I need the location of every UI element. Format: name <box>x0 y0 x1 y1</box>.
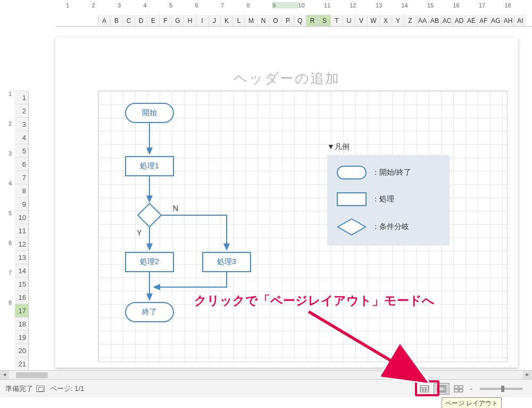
column-header[interactable]: AF <box>477 15 489 26</box>
flow-end-label: 終了 <box>142 307 157 317</box>
annotation-arrow <box>293 306 442 391</box>
column-header[interactable]: D <box>135 15 147 26</box>
legend-process-icon <box>337 192 367 206</box>
ruler-tick: 9 <box>272 2 298 9</box>
row-header[interactable]: 10 <box>15 210 28 224</box>
column-header[interactable]: V <box>355 15 367 26</box>
header-placeholder[interactable]: ヘッダーの追加 <box>55 69 518 88</box>
svg-line-6 <box>309 312 420 378</box>
scroll-thumb[interactable] <box>16 372 48 378</box>
column-header[interactable]: B <box>110 15 122 26</box>
zoom-slider[interactable] <box>480 388 522 390</box>
row-header[interactable]: 16 <box>15 290 28 304</box>
page-layout-tooltip: ページ レイアウト <box>442 397 502 408</box>
scroll-right-button[interactable]: ► <box>523 371 532 380</box>
row-header[interactable]: 6 <box>15 157 28 170</box>
svg-marker-5 <box>338 219 365 235</box>
column-header[interactable]: Z <box>404 15 416 26</box>
row-header[interactable]: 19 <box>15 330 28 344</box>
vertical-ruler: 1 2 3 4 5 6 7 8 <box>5 37 15 368</box>
row-header[interactable]: 3 <box>15 117 28 130</box>
column-header[interactable]: Y <box>392 15 404 26</box>
row-header[interactable]: 13 <box>15 250 28 264</box>
row-header[interactable]: 11 <box>15 224 28 237</box>
row-header[interactable]: 9 <box>15 197 28 210</box>
flow-end[interactable]: 終了 <box>125 302 174 322</box>
status-ready: 準備完了 <box>5 384 33 394</box>
flow-process1-label: 処理1 <box>140 161 159 171</box>
column-header[interactable]: H <box>184 15 196 26</box>
ruler-tick: 8 <box>5 299 15 329</box>
column-header[interactable]: W <box>367 15 379 26</box>
column-header[interactable]: M <box>245 15 257 26</box>
ruler-tick: 5 <box>169 2 195 9</box>
svg-rect-14 <box>454 386 458 388</box>
column-header[interactable]: F <box>159 15 171 26</box>
column-header[interactable]: AC <box>440 15 453 26</box>
macro-record-icon[interactable] <box>36 386 45 392</box>
row-header[interactable]: 1 <box>15 91 28 104</box>
column-header-row: ABCDEFGHIJKLMNOPQRSTUVWXYZAAABACADAEAFAG… <box>55 15 532 27</box>
column-header[interactable]: C <box>122 15 135 26</box>
flow-process2[interactable]: 処理2 <box>125 252 174 272</box>
ruler-tick: 6 <box>195 2 221 9</box>
svg-marker-0 <box>138 203 161 227</box>
ruler-tick: 1 <box>66 2 92 9</box>
legend-box[interactable]: ：開始/終了 ：処理 ：条件分岐 <box>327 155 450 246</box>
decision-label-y: Y <box>137 229 142 237</box>
column-header[interactable]: R <box>306 15 318 26</box>
row-header[interactable]: 4 <box>15 130 28 144</box>
flow-process3[interactable]: 処理3 <box>202 252 251 272</box>
column-header[interactable]: O <box>269 15 281 26</box>
column-header[interactable]: S <box>318 15 330 26</box>
column-header[interactable]: J <box>208 15 220 26</box>
ruler-tick: 14 <box>402 2 428 9</box>
row-header[interactable]: 14 <box>15 264 28 277</box>
column-header[interactable]: N <box>257 15 269 26</box>
row-header[interactable]: 18 <box>15 317 28 330</box>
flow-process1[interactable]: 処理1 <box>125 156 174 176</box>
ruler-tick: 7 <box>221 2 247 9</box>
column-header[interactable]: Q <box>294 15 306 26</box>
column-header[interactable]: AH <box>502 15 514 26</box>
column-header[interactable]: K <box>220 15 232 26</box>
row-header[interactable]: 5 <box>15 144 28 157</box>
column-header[interactable]: AD <box>453 15 465 26</box>
column-header[interactable]: X <box>379 15 392 26</box>
column-header[interactable]: AI <box>514 15 526 26</box>
status-bar: 準備完了 ページ: 1/1 - <box>0 379 532 397</box>
legend-decision-icon <box>337 218 367 236</box>
column-header[interactable]: L <box>232 15 245 26</box>
view-page-break-button[interactable] <box>451 383 467 395</box>
row-header[interactable]: 2 <box>15 104 28 117</box>
row-header[interactable]: 21 <box>15 357 28 370</box>
column-header[interactable]: P <box>281 15 294 26</box>
ruler-tick: 5 <box>5 210 15 240</box>
row-header[interactable]: 8 <box>15 184 28 197</box>
scroll-left-button[interactable]: ◄ <box>0 371 9 380</box>
column-header[interactable]: AG <box>489 15 502 26</box>
row-header[interactable]: 7 <box>15 170 28 184</box>
column-header[interactable]: E <box>147 15 159 26</box>
row-header[interactable]: 17 <box>15 304 28 317</box>
page-canvas: ヘッダーの追加 開始 処理1 処理2 処理3 終了 N Y ▼凡例 ：開始/終了 <box>55 37 518 368</box>
ruler-tick: 17 <box>479 2 505 9</box>
horizontal-scrollbar[interactable]: ◄ ► <box>0 370 532 379</box>
legend-title: ▼凡例 <box>327 142 350 152</box>
row-header[interactable]: 15 <box>15 277 28 290</box>
column-header[interactable]: AB <box>428 15 440 26</box>
column-header[interactable]: AE <box>465 15 477 26</box>
row-header[interactable]: 20 <box>15 344 28 357</box>
column-header[interactable]: AA <box>416 15 428 26</box>
flow-start[interactable]: 開始 <box>125 103 174 123</box>
row-header[interactable]: 12 <box>15 237 28 250</box>
column-header[interactable]: I <box>196 15 208 26</box>
column-header[interactable]: U <box>343 15 355 26</box>
column-header[interactable]: G <box>171 15 184 26</box>
flow-decision[interactable] <box>137 203 162 227</box>
zoom-out-button[interactable]: - <box>470 385 472 393</box>
ruler-tick: 13 <box>376 2 402 9</box>
column-header[interactable]: T <box>330 15 343 26</box>
column-header[interactable]: A <box>98 15 110 26</box>
row-header-col: 123456789101112131415161718192021 <box>15 91 29 370</box>
